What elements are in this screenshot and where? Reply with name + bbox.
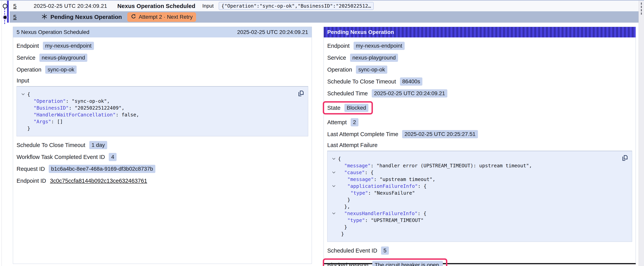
field-value-badge: 86400s [400,77,422,86]
event-history-rows: 5 2025-02-25 UTC 20:24:09.21 Nexus Opera… [10,1,638,23]
scroll-handle-dash [641,13,642,15]
field-label: Request ID [16,166,45,172]
collapse-chevron-icon[interactable] [19,93,27,95]
collapse-chevron-icon[interactable] [330,212,338,214]
field-value-badge: my-nexus-endpoint [354,42,405,50]
code-text: { [338,155,341,162]
event-id-link[interactable]: 5 [13,3,16,9]
event-title: Nexus Operation Scheduled [117,3,195,9]
endpoint-id-link[interactable]: 3c0c75ccfa8144b092c13ce632463761 [50,178,147,184]
field-label: Endpoint [16,43,39,49]
retry-status-badge: Attempt 2 · Next Retry [127,12,196,22]
scroll-handle-dash [641,6,642,8]
field-label: Workflow Task Completed Event ID [16,154,105,160]
field-endpoint: Endpoint my-nexus-endpoint [327,42,632,50]
code-text: } [338,196,350,203]
field-label: Attempt [327,119,347,126]
field-value-badge: nexus-playground [39,54,88,62]
field-label: Operation [327,67,352,73]
table-left-border [2,1,2,266]
code-text: "type": "NexusFailure" [338,190,415,196]
field-attempt: Attempt 2 [327,118,632,126]
code-line: "cause": { [330,169,618,176]
pending-operation-panel: Pending Nexus Operation Endpoint my-nexu… [324,27,636,264]
code-text: "type": "UPSTREAM_TIMEOUT" [338,217,424,224]
event-id-link[interactable]: 5 [13,14,16,20]
retry-refresh-icon [131,14,136,21]
collapse-chevron-icon[interactable] [330,171,338,174]
code-text: } [27,125,30,132]
field-endpoint: Endpoint my-nexus-endpoint [16,42,308,50]
field-value-badge: my-nexus-endpoint [43,42,94,50]
field-label: State [327,105,340,111]
code-text: "Args": [] [27,118,63,125]
code-text: } [338,224,347,230]
field-request-id: Request ID b1c6a4bc-8ee7-468a-9169-df3b0… [16,165,308,173]
field-operation: Operation sync-op-ok [327,66,632,74]
collapse-chevron-icon[interactable] [330,185,338,187]
field-value-badge: sync-op-ok [356,66,387,74]
field-scheduled-time: Scheduled Time 2025-02-25 UTC 20:24:09.2… [327,89,632,98]
code-line: } [19,125,294,132]
field-endpoint-id: Endpoint ID 3c0c75ccfa8144b092c13ce63246… [16,177,308,185]
code-text: "HandlerWaitForCancellation": false, [27,111,139,118]
field-service: Service nexus-playground [16,54,308,62]
timeline-node-current-icon [3,15,8,20]
field-value-badge: 1 day [89,141,108,149]
field-label: Scheduled Event ID [327,247,377,254]
code-text: "BusinessID": "20250225122409", [27,105,124,111]
right-scroll-gutter[interactable] [638,1,644,266]
failure-json-viewer: {"message": "handler error (UPSTREAM_TIM… [327,151,632,242]
field-value-badge: 2025-02-25 UTC 20:25:27.51 [402,130,478,138]
copy-icon[interactable] [298,90,304,99]
field-label: Operation [16,67,41,73]
collapse-chevron-icon[interactable] [330,158,338,160]
code-line: "nexusHandlerFailureInfo": { [330,210,618,217]
field-label: Scheduled Time [327,90,368,97]
scheduled-panel-header: 5 Nexus Operation Scheduled 2025-02-25 U… [13,27,312,38]
retry-badge-label: Attempt 2 · Next Retry [138,14,192,20]
field-label: Endpoint ID [16,178,46,184]
event-row-pending[interactable]: 5 Pending Nexus Operation Attempt 2 · Ne… [10,11,638,23]
field-label: Service [327,55,346,61]
code-line: "HandlerWaitForCancellation": false, [19,111,294,118]
field-last-attempt-complete-time: Last Attempt Complete Time 2025-02-25 UT… [327,130,632,138]
field-label: Last Attempt Complete Time [327,131,398,137]
code-line: "type": "NexusFailure" [330,190,618,196]
code-text: "applicationFailureInfo": { [338,183,426,190]
panel-timestamp: 2025-02-25 UTC 20:24:09.21 [237,29,308,35]
code-line: "type": "UPSTREAM_TIMEOUT" [330,217,618,224]
code-text: "message": "upstream timeout", [338,176,436,183]
code-line: }, [330,203,618,210]
code-line: "Args": [] [19,118,294,125]
code-line: "applicationFailureInfo": { [330,183,618,190]
code-line: "message": "handler error (UPSTREAM_TIME… [330,162,618,169]
event-row-scheduled[interactable]: 5 2025-02-25 UTC 20:24:09.21 Nexus Opera… [10,1,638,11]
field-label: Service [16,55,36,61]
event-detail-panels: 5 Nexus Operation Scheduled 2025-02-25 U… [13,27,636,266]
field-blocked-reason: Blocked Reason The circuit breaker is op… [327,258,632,266]
event-input-preview: {"Operation":"sync-op-ok","BusinessID":"… [219,2,374,10]
blocked-reason-highlight-annotation: Blocked Reason The circuit breaker is op… [323,258,447,266]
panel-title: Pending Nexus Operation [327,29,394,35]
field-value-badge: 2 [351,118,358,126]
blocked-reason-value-badge: The circuit breaker is open. [372,261,443,266]
field-wft-completed-event-id: Workflow Task Completed Event ID 4 [16,153,308,161]
field-value-badge: 5 [381,246,389,255]
input-section-label: Input [16,77,308,84]
panel-title: 5 Nexus Operation Scheduled [16,29,90,35]
copy-icon[interactable] [622,155,628,163]
code-text: { [27,91,30,98]
code-text: "Operation": "sync-op-ok", [27,98,110,105]
code-line: { [330,155,618,162]
code-text: } [338,230,344,237]
field-service: Service nexus-playground [327,54,632,62]
code-line: "message": "upstream timeout", [330,176,618,183]
failure-section-label: Last Attempt Failure [327,142,632,148]
field-label: Schedule To Close Timeout [327,78,396,85]
code-line: "BusinessID": "20250225122409", [19,105,294,111]
input-json-viewer: {"Operation": "sync-op-ok","BusinessID":… [16,86,308,136]
field-value-badge: b1c6a4bc-8ee7-468a-9169-df3b02c8737b [49,165,155,173]
code-line: } [330,230,618,237]
pending-asterisk-icon [42,14,47,20]
